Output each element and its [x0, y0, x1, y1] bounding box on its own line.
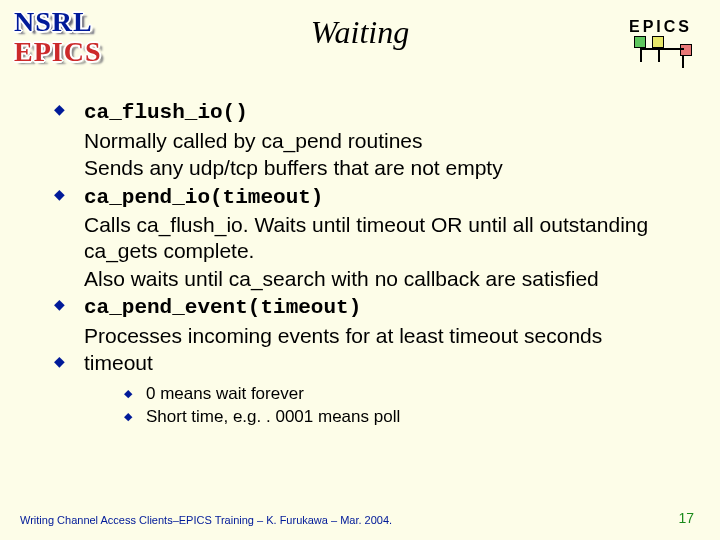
bullet-continuation: Also waits until ca_search with no callb… — [54, 266, 674, 292]
page-number: 17 — [678, 510, 694, 526]
bullet-item: timeout — [54, 350, 674, 376]
bullet-text: timeout — [84, 351, 153, 374]
code-text: ca_flush_io() — [84, 101, 248, 124]
code-text: ca_pend_event(timeout) — [84, 296, 361, 319]
epics-side-logo-text: EPICS — [14, 36, 101, 68]
nsrl-logo-text: NSRL — [14, 6, 93, 38]
epics-logo-icon — [628, 36, 698, 66]
slide-container: { "header": { "title": "Waiting", "epics… — [0, 0, 720, 540]
bullet-continuation: Sends any udp/tcp buffers that are not e… — [54, 155, 674, 181]
bullet-continuation: Processes incoming events for at least t… — [54, 323, 674, 349]
bullet-continuation: Normally called by ca_pend routines — [54, 128, 674, 154]
page-title: Waiting — [0, 14, 720, 51]
epics-header-label: EPICS — [629, 18, 692, 36]
bullet-item: ca_flush_io() — [54, 98, 674, 126]
slide-body: ca_flush_io() Normally called by ca_pend… — [54, 98, 674, 430]
bullet-continuation: Calls ca_flush_io. Waits until timeout O… — [54, 212, 674, 263]
bullet-item: ca_pend_io(timeout) — [54, 183, 674, 211]
sub-bullet-item: 0 means wait forever — [124, 384, 674, 405]
code-text: ca_pend_io(timeout) — [84, 186, 323, 209]
sub-bullet-item: Short time, e.g. . 0001 means poll — [124, 407, 674, 428]
footer-text: Writing Channel Access Clients–EPICS Tra… — [20, 514, 392, 526]
bullet-item: ca_pend_event(timeout) — [54, 293, 674, 321]
sub-bullet-list: 0 means wait forever Short time, e.g. . … — [54, 384, 674, 427]
